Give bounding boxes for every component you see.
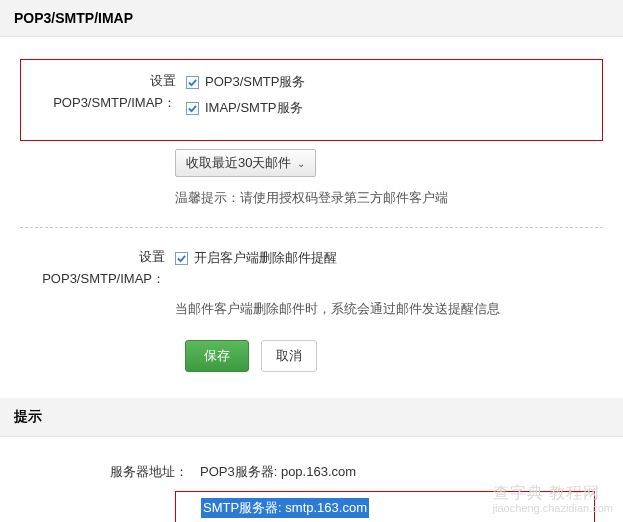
delete-notify-label: 开启客户端删除邮件提醒 <box>194 246 337 270</box>
server-address-label: 服务器地址： <box>20 463 200 481</box>
cancel-button[interactable]: 取消 <box>261 340 317 372</box>
divider <box>20 227 603 228</box>
imap-smtp-label: IMAP/SMTP服务 <box>205 96 303 120</box>
pop3-server-value: POP3服务器: pop.163.com <box>200 463 356 481</box>
settings-content: 设置POP3/SMTP/IMAP： POP3/SMTP服务 IMAP/SMTP服… <box>0 37 623 394</box>
pop3-smtp-label: POP3/SMTP服务 <box>205 70 305 94</box>
save-button[interactable]: 保存 <box>185 340 249 372</box>
checkbox-icon <box>186 76 199 89</box>
smtp-highlight-box: SMTP服务器: smtp.163.com <box>175 491 595 522</box>
tips-content: 服务器地址： POP3服务器: pop.163.com SMTP服务器: smt… <box>0 437 623 522</box>
checkbox-icon <box>175 252 188 265</box>
auth-hint: 温馨提示：请使用授权码登录第三方邮件客户端 <box>175 190 448 205</box>
tips-title: 提示 <box>14 408 42 424</box>
chevron-down-icon: ⌄ <box>297 158 305 169</box>
settings-highlight-box: 设置POP3/SMTP/IMAP： POP3/SMTP服务 IMAP/SMTP服… <box>20 59 603 141</box>
delete-notify-checkbox-row[interactable]: 开启客户端删除邮件提醒 <box>175 246 603 270</box>
section-header-pop3: POP3/SMTP/IMAP <box>0 0 623 37</box>
delete-hint: 当邮件客户端删除邮件时，系统会通过邮件发送提醒信息 <box>175 301 500 316</box>
setting-label-2: 设置POP3/SMTP/IMAP： <box>20 246 175 290</box>
section-title: POP3/SMTP/IMAP <box>14 10 133 26</box>
fetch-recent-select[interactable]: 收取最近30天邮件 ⌄ <box>175 149 316 177</box>
fetch-recent-label: 收取最近30天邮件 <box>186 154 291 172</box>
setting-label: 设置POP3/SMTP/IMAP： <box>31 70 186 114</box>
imap-smtp-checkbox-row[interactable]: IMAP/SMTP服务 <box>186 96 592 120</box>
section-header-tips: 提示 <box>0 398 623 437</box>
pop3-smtp-checkbox-row[interactable]: POP3/SMTP服务 <box>186 70 592 94</box>
checkbox-icon <box>186 102 199 115</box>
smtp-server-value: SMTP服务器: smtp.163.com <box>201 498 369 518</box>
